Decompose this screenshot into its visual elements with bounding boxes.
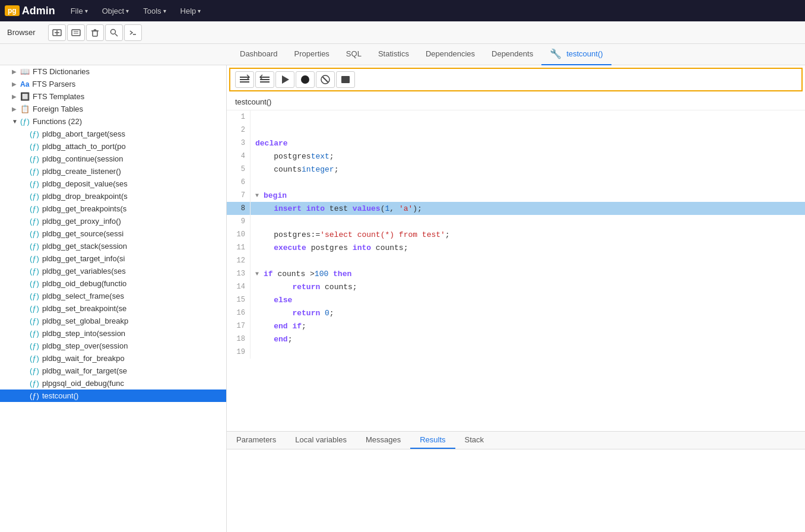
tab-sql[interactable]: SQL [338,44,370,65]
code-line-8: 8 insert into test values ( 1 , 'a' ); [227,202,805,215]
sidebar-item-fn13[interactable]: (ƒ) pldbg_oid_debug(functio [0,277,226,290]
functions-label: Functions (22) [33,117,82,126]
code-line-18: 18 end ; [227,332,805,346]
sidebar-item-fn9[interactable]: (ƒ) pldbg_get_source(sessi [0,227,226,240]
code-line-13: 13 ▼ if counts > 100 then [227,267,805,280]
sidebar-item-fn2[interactable]: (ƒ) pldbg_attach_to_port(po [0,140,226,153]
sidebar-item-fn12[interactable]: (ƒ) pldbg_get_variables(ses [0,265,226,277]
bottom-tab-bar: Parameters Local variables Messages Resu… [227,432,805,449]
bottom-content-area [227,449,805,532]
sidebar-item-fn19[interactable]: (ƒ) pldbg_wait_for_breakpo [0,352,226,365]
code-line-7: 7 ▼ begin [227,189,805,202]
toggle-breakpoint-btn[interactable] [296,71,315,88]
tools-menu[interactable]: Tools ▾ [137,4,172,18]
sidebar-item-fts-templates[interactable]: ▶ 🔲 FTS Templates [0,90,226,103]
sidebar-item-fn11[interactable]: (ƒ) pldbg_get_target_info(si [0,252,226,265]
svg-marker-18 [282,75,289,84]
debug-toolbar [229,68,803,91]
code-line-9: 9 [227,215,805,228]
svg-rect-3 [72,30,80,36]
sidebar-item-fn10[interactable]: (ƒ) pldbg_get_stack(session [0,240,226,252]
right-panel: testcount() 1 2 3 declare 4 [227,65,805,532]
search-btn[interactable] [105,24,123,41]
fold-arrow-13[interactable]: ▼ [255,271,261,277]
stop-btn[interactable] [336,71,355,88]
code-line-19: 19 [227,346,805,359]
code-line-2: 2 [227,124,805,137]
code-line-5: 5 counts integer; [227,163,805,176]
tab-local-variables[interactable]: Local variables [286,432,356,449]
delete-btn[interactable] [86,24,104,41]
sidebar-item-fn16[interactable]: (ƒ) pldbg_set_global_breakp [0,315,226,327]
fts-parsers-label: FTS Parsers [32,80,75,88]
sidebar-item-fn3[interactable]: (ƒ) pldbg_continue(session [0,153,226,165]
fts-templates-label: FTS Templates [33,92,84,101]
sidebar-item-testcount[interactable]: (ƒ) testcount() [0,390,226,402]
code-line-3: 3 declare [227,137,805,150]
step-into-btn[interactable] [255,71,274,88]
fold-arrow-7[interactable]: ▼ [255,192,261,199]
sidebar-item-fts-parsers[interactable]: ▶ Aa FTS Parsers [0,78,226,90]
tab-stack[interactable]: Stack [455,432,494,449]
sidebar-item-fn17[interactable]: (ƒ) pldbg_step_into(session [0,327,226,340]
step-over-btn[interactable] [235,71,254,88]
sidebar-item-fn1[interactable]: (ƒ) pldbg_abort_target(sess [0,128,226,140]
sidebar-item-fn6[interactable]: (ƒ) pldbg_drop_breakpoint(s [0,190,226,202]
foreign-tables-label: Foreign Tables [33,104,83,113]
pgadmin-logo: pg Admin [5,5,55,17]
sidebar-item-fn18[interactable]: (ƒ) pldbg_step_over(session [0,340,226,352]
code-line-6: 6 [227,176,805,189]
sidebar-item-functions[interactable]: ▼ (ƒ) Functions (22) [0,115,226,128]
tab-messages[interactable]: Messages [356,432,410,449]
main-tab-bar: Dashboard Properties SQL Statistics Depe… [0,44,805,65]
sidebar-item-foreign-tables[interactable]: ▶ 📋 Foreign Tables [0,103,226,115]
svg-rect-6 [93,31,97,36]
tab-dashboard[interactable]: Dashboard [232,44,286,65]
sidebar-item-fn14[interactable]: (ƒ) pldbg_select_frame(ses [0,290,226,302]
sidebar: ▶ 📖 FTS Dictionaries ▶ Aa FTS Parsers ▶ … [0,65,227,532]
file-menu[interactable]: File ▾ [65,4,94,18]
tab-testcount[interactable]: 🔧 testcount() [541,44,611,65]
svg-line-21 [323,77,328,82]
sidebar-item-fn20[interactable]: (ƒ) pldbg_wait_for_target(se [0,365,226,377]
tab-results[interactable]: Results [410,432,455,449]
bottom-panel: Parameters Local variables Messages Resu… [227,431,805,532]
code-line-11: 11 execute postgres into counts; [227,241,805,254]
browser-label: Browser [5,28,43,37]
top-navigation: pg Admin File ▾ Object ▾ Tools ▾ Help ▾ [0,0,805,21]
properties-btn[interactable] [67,24,85,41]
sidebar-item-fn8[interactable]: (ƒ) pldbg_get_proxy_info() [0,215,226,227]
help-menu[interactable]: Help ▾ [175,4,207,18]
continue-btn[interactable] [275,71,294,88]
sidebar-item-fts-dict[interactable]: ▶ 📖 FTS Dictionaries [0,65,226,78]
clear-breakpoints-btn[interactable] [316,71,335,88]
tab-properties[interactable]: Properties [286,44,338,65]
second-bar: Browser [0,21,805,44]
object-menu[interactable]: Object ▾ [96,4,135,18]
tab-dependents[interactable]: Dependents [483,44,541,65]
chevron-right-icon: ▶ [12,106,19,112]
tab-parameters[interactable]: Parameters [227,432,286,449]
create-object-btn[interactable] [48,24,66,41]
svg-point-9 [110,29,115,34]
code-line-14: 14 return counts; [227,280,805,293]
chevron-right-icon: ▶ [12,81,19,87]
fts-dict-label: FTS Dictionaries [33,67,90,76]
code-line-4: 4 postgres text; [227,150,805,163]
sidebar-item-fn5[interactable]: (ƒ) pldbg_deposit_value(ses [0,178,226,190]
terminal-btn[interactable] [124,24,142,41]
function-title: testcount() [227,94,805,110]
logo-box: pg [5,5,20,16]
sidebar-item-fn7[interactable]: (ƒ) pldbg_get_breakpoints(s [0,202,226,215]
sidebar-item-fn21[interactable]: (ƒ) plpgsql_oid_debug(func [0,377,226,390]
sidebar-item-fn15[interactable]: (ƒ) pldbg_set_breakpoint(se [0,302,226,315]
code-line-10: 10 postgres:='select count(*) from test'… [227,228,805,241]
code-line-1: 1 [227,110,805,124]
svg-rect-22 [341,76,350,83]
code-line-15: 15 else [227,293,805,306]
code-editor[interactable]: 1 2 3 declare 4 postgres text; [227,110,805,431]
logo-text: Admin [22,5,55,17]
sidebar-item-fn4[interactable]: (ƒ) pldbg_create_listener() [0,165,226,178]
tab-dependencies[interactable]: Dependencies [417,44,483,65]
tab-statistics[interactable]: Statistics [370,44,417,65]
